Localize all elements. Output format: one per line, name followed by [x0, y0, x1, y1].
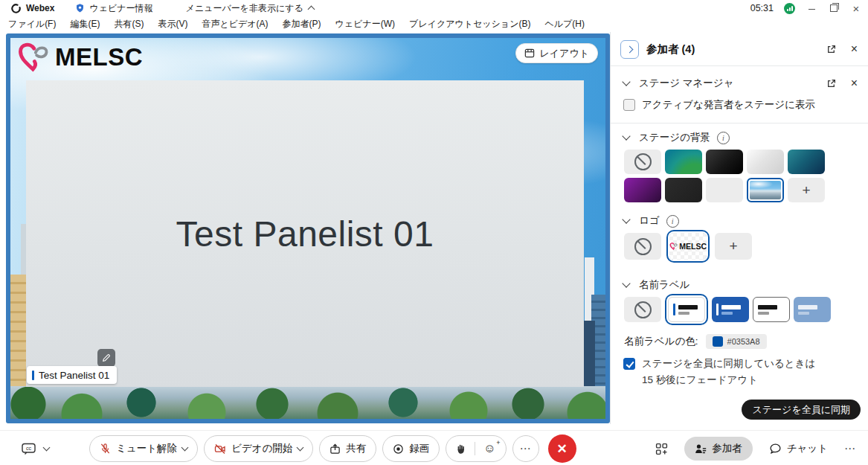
active-speaker-label: アクティブな発言者をステージに表示	[642, 98, 815, 112]
sync-fade-label-line2: 15 秒後にフェードアウト	[642, 373, 758, 387]
stage-preview: MELSC レイアウト Test Panelist 01 Test Paneli…	[6, 33, 610, 423]
hide-menubar-button[interactable]: メニューバーを非表示にする	[186, 2, 314, 15]
close-panel-icon[interactable]: ×	[851, 43, 858, 55]
restore-button[interactable]	[828, 3, 840, 14]
none-icon	[634, 301, 652, 318]
leave-meeting-button[interactable]: ✕	[548, 434, 576, 463]
background-option-teal-navy[interactable]	[788, 150, 825, 174]
menu-view[interactable]: 表示(V)	[155, 17, 190, 31]
participants-toggle-button[interactable]: 参加者	[684, 437, 753, 461]
chat-toggle-label: チャット	[787, 442, 828, 455]
menu-file[interactable]: ファイル(F)	[6, 17, 58, 31]
logo-option-none[interactable]	[624, 233, 661, 260]
share-label: 共有	[346, 442, 366, 455]
background-option-white[interactable]	[747, 150, 784, 174]
background-option-black-gradient[interactable]	[706, 150, 743, 174]
menu-share[interactable]: 共有(S)	[112, 17, 146, 31]
name-label-options-row	[624, 297, 831, 322]
color-swatch	[713, 336, 723, 347]
logo-add-button[interactable]: +	[715, 233, 752, 260]
more-panels-button[interactable]: ⋯	[844, 442, 856, 455]
collapse-panel-button[interactable]	[620, 40, 639, 59]
webex-brand: Webex	[0, 3, 54, 14]
chevron-down-icon[interactable]	[43, 444, 51, 452]
webinar-info-button[interactable]: ウェビナー情報	[75, 2, 152, 15]
menu-bar: ファイル(F) 編集(E) 共有(S) 表示(V) 音声とビデオ(A) 参加者(…	[0, 16, 868, 32]
background-add-button[interactable]: +	[788, 178, 825, 202]
layout-button[interactable]: レイアウト	[515, 43, 598, 63]
info-icon[interactable]: i	[666, 215, 679, 228]
svg-text:cc: cc	[26, 445, 32, 452]
info-icon[interactable]: i	[717, 132, 730, 144]
background-trees	[10, 386, 605, 419]
start-video-button[interactable]: ビデオの開始	[204, 435, 313, 462]
chevron-down-icon[interactable]	[622, 279, 630, 287]
stage-logo: MELSC	[16, 42, 143, 73]
stage-logo-text: MELSC	[55, 43, 143, 71]
raise-hand-icon[interactable]	[456, 443, 466, 455]
name-label-option-outline[interactable]	[753, 297, 790, 322]
chevron-down-icon[interactable]	[622, 215, 630, 223]
start-video-label: ビデオの開始	[231, 442, 292, 455]
plus-icon: +	[729, 238, 737, 254]
background-option-city-selected[interactable]	[747, 178, 784, 202]
pop-out-icon[interactable]	[826, 79, 836, 89]
chevron-down-icon[interactable]	[622, 77, 630, 86]
participants-panel: 参加者 (4) × ステージ マネージャ ×	[610, 32, 868, 424]
panel-title: 参加者 (4)	[646, 42, 695, 57]
sync-fade-checkbox[interactable]	[623, 358, 635, 370]
menu-webinar[interactable]: ウェビナー(W)	[333, 17, 397, 31]
share-button[interactable]: 共有	[319, 435, 376, 462]
closed-caption-icon[interactable]: cc	[21, 443, 36, 455]
stage-manager-header: ステージ マネージャ ×	[611, 75, 868, 92]
menu-help[interactable]: ヘルプ(H)	[542, 17, 587, 31]
menu-participants[interactable]: 参加者(P)	[280, 17, 324, 31]
name-label-option-none[interactable]	[624, 297, 661, 322]
background-option-green[interactable]	[665, 150, 702, 174]
melsc-heart-icon	[16, 42, 51, 73]
background-option-none[interactable]	[624, 150, 661, 174]
pop-out-icon[interactable]	[826, 45, 836, 54]
name-label-option-blue[interactable]	[712, 297, 749, 322]
close-stage-manager-icon[interactable]: ×	[851, 77, 858, 89]
stage-manager-title: ステージ マネージャ	[639, 77, 733, 90]
minimize-button[interactable]	[806, 3, 817, 14]
unmute-button[interactable]: ミュート解除	[89, 435, 198, 462]
logo-thumb-text: MELSC	[679, 242, 707, 251]
none-icon	[634, 238, 652, 255]
webex-app-name: Webex	[26, 3, 54, 13]
name-label-color-picker[interactable]: #0353A8	[706, 334, 767, 349]
background-option-light[interactable]	[706, 178, 743, 202]
reactions-icon[interactable]: ☺+	[483, 443, 495, 455]
background-options-row-1	[624, 150, 825, 174]
name-label-color-label: 名前ラベルの色:	[624, 335, 698, 348]
chevron-down-icon[interactable]	[622, 132, 630, 140]
name-label-section-header: 名前ラベル	[611, 277, 868, 293]
menu-audio-video[interactable]: 音声とビデオ(A)	[199, 17, 270, 31]
participant-video-tile[interactable]: Test Panelist 01	[26, 80, 584, 387]
chat-toggle-button[interactable]: チャット	[769, 442, 828, 455]
logo-option-melsc-selected[interactable]: MELSC	[669, 233, 707, 260]
divider	[475, 442, 475, 455]
name-label-option-light-blue[interactable]	[794, 297, 831, 322]
apps-icon[interactable]	[655, 443, 668, 455]
title-bar: Webex ウェビナー情報 メニューバーを非表示にする 05:31 ×	[0, 0, 868, 16]
connection-quality-icon[interactable]	[784, 3, 795, 14]
background-option-dark[interactable]	[665, 178, 702, 202]
call-controls: ミュート解除 ビデオの開始 共有	[89, 435, 576, 462]
active-speaker-checkbox[interactable]	[623, 99, 635, 111]
edit-name-label-button[interactable]	[97, 349, 115, 367]
menu-breakout-session[interactable]: ブレイクアウトセッション(B)	[407, 17, 533, 31]
more-options-button[interactable]: ⋯	[512, 435, 539, 462]
close-window-button[interactable]: ×	[850, 2, 862, 15]
active-speaker-option: アクティブな発言者をステージに表示	[623, 98, 815, 112]
sync-fade-label-line1: ステージを全員に同期しているときは	[642, 357, 815, 371]
divider	[611, 65, 868, 66]
background-option-purple[interactable]	[624, 178, 661, 202]
record-button[interactable]: 録画	[382, 435, 440, 462]
panel-toggles: 参加者 チャット ⋯	[655, 435, 856, 462]
menu-edit[interactable]: 編集(E)	[68, 17, 102, 31]
panel-header: 参加者 (4) ×	[611, 38, 868, 60]
sync-stage-button[interactable]: ステージを全員に同期	[742, 400, 861, 420]
name-label-option-accent-bar-selected[interactable]	[668, 297, 705, 322]
